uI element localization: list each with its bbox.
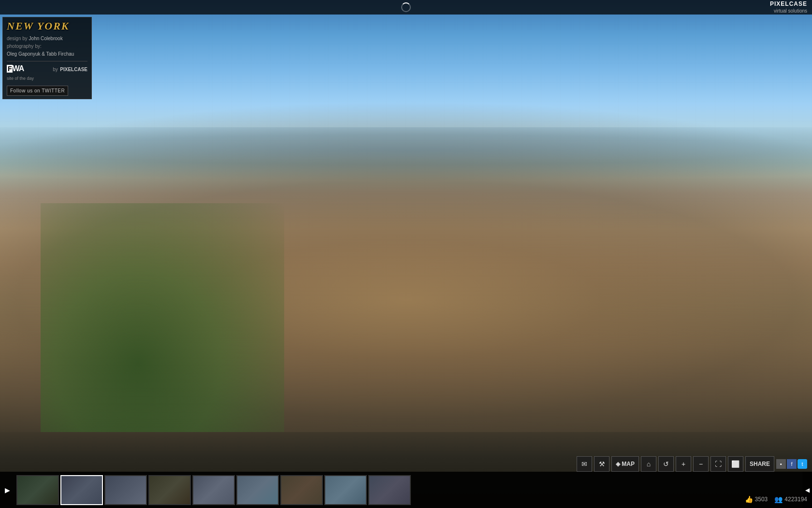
fwa-row: FWA by PIXELCASE bbox=[7, 64, 87, 73]
facebook-icon[interactable]: f bbox=[787, 459, 797, 469]
viewers-icon: 👥 bbox=[774, 495, 783, 503]
monitor-button[interactable]: ⬜ bbox=[728, 456, 743, 472]
share-button[interactable]: SHARE bbox=[745, 456, 774, 472]
pixelcase-credit: PIXELCASE bbox=[60, 67, 87, 72]
thumbnail-1[interactable] bbox=[60, 475, 103, 505]
thumbnail-5[interactable] bbox=[236, 475, 279, 505]
rotate-button[interactable]: ↺ bbox=[658, 456, 674, 472]
by-pixelcase: by PIXELCASE bbox=[53, 64, 87, 73]
thumbs-up-icon: 👍 bbox=[745, 495, 753, 503]
pixelcase-brand: PIXELCASE virtual solutions bbox=[770, 0, 807, 15]
filmstrip bbox=[14, 473, 802, 507]
share-label: SHARE bbox=[750, 461, 770, 467]
zoom-out-icon: − bbox=[699, 460, 703, 468]
site-of-day-label: site of the day bbox=[7, 76, 34, 81]
wrench-icon: ⚒ bbox=[599, 460, 605, 468]
info-panel: NEW YORK design by John Colebrook photog… bbox=[2, 17, 92, 99]
likes-count: 3503 bbox=[755, 496, 768, 503]
home-button[interactable]: ⌂ bbox=[641, 456, 656, 472]
thumbnail-4[interactable] bbox=[192, 475, 235, 505]
zoom-out-button[interactable]: − bbox=[693, 456, 709, 472]
viewers-count: 4223194 bbox=[784, 496, 807, 503]
map-icon: ◈ bbox=[616, 461, 620, 467]
stats-bar: 👍 3503 👥 4223194 bbox=[745, 495, 807, 503]
thumbnail-0[interactable] bbox=[16, 475, 59, 505]
fwa-logo: FWA bbox=[7, 64, 24, 73]
home-icon: ⌂ bbox=[647, 460, 651, 468]
likes-stat: 👍 3503 bbox=[745, 495, 768, 503]
designer-name: John Colebrook bbox=[29, 36, 63, 41]
brand-name: PIXELCASE bbox=[770, 0, 807, 8]
map-button[interactable]: ◈ MAP bbox=[611, 456, 639, 472]
brand-subtitle: virtual solutions bbox=[770, 8, 807, 14]
bookmark-icon[interactable]: ▪ bbox=[776, 459, 786, 469]
monitor-icon: ⬜ bbox=[731, 460, 740, 468]
photo-label: photography by: bbox=[7, 44, 42, 49]
social-icons: ▪ f t bbox=[776, 459, 807, 469]
thumbnail-7[interactable] bbox=[324, 475, 367, 505]
map-label: MAP bbox=[622, 461, 635, 467]
loading-spinner bbox=[401, 2, 411, 12]
by-text: by bbox=[53, 67, 58, 72]
photographer-names: Oleg Gaponyuk & Tabb Firchau bbox=[7, 51, 74, 57]
design-label: design by bbox=[7, 36, 28, 41]
email-button[interactable]: ✉ bbox=[577, 456, 592, 472]
toolbar: ✉ ⚒ ◈ MAP ⌂ ↺ + − ⛶ ⬜ SHARE ▪ f t bbox=[577, 456, 807, 472]
thumbnail-3[interactable] bbox=[148, 475, 191, 505]
twitter-button[interactable]: Follow us on TWITTER bbox=[7, 86, 68, 96]
rotate-icon: ↺ bbox=[663, 460, 669, 468]
fullscreen-button[interactable]: ⛶ bbox=[710, 456, 726, 472]
filmstrip-bar: ▶ ◀ bbox=[0, 472, 812, 508]
divider bbox=[7, 61, 87, 61]
thumbnail-2[interactable] bbox=[104, 475, 147, 505]
site-of-day: site of the day bbox=[7, 73, 87, 82]
zoom-in-icon: + bbox=[682, 460, 685, 468]
viewers-stat: 👥 4223194 bbox=[774, 495, 807, 503]
thumbnail-6[interactable] bbox=[280, 475, 323, 505]
city-overlay bbox=[0, 0, 812, 508]
play-button[interactable]: ▶ bbox=[0, 472, 14, 508]
city-title: NEW YORK bbox=[7, 20, 87, 32]
twitter-icon[interactable]: t bbox=[798, 459, 807, 469]
thumbnail-8[interactable] bbox=[368, 475, 411, 505]
top-bar: PIXELCASE virtual solutions bbox=[0, 0, 812, 15]
fullscreen-icon: ⛶ bbox=[715, 460, 722, 468]
email-icon: ✉ bbox=[581, 460, 587, 468]
zoom-in-button[interactable]: + bbox=[676, 456, 691, 472]
design-credit: design by John Colebrook photography by:… bbox=[7, 35, 87, 58]
settings-button[interactable]: ⚒ bbox=[594, 456, 609, 472]
